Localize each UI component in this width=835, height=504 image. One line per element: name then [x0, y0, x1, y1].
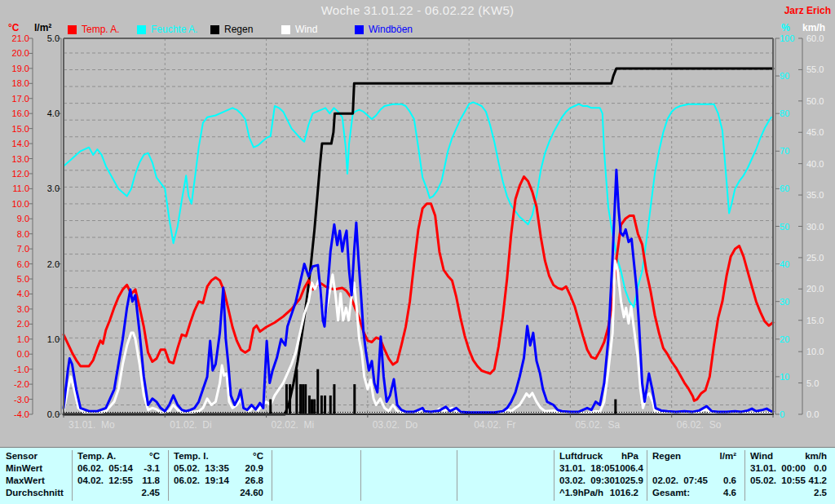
temp-tick-label: -1.0 — [0, 365, 29, 374]
temp-tick-label: 16.0 — [0, 109, 29, 118]
temp-tick-label: 14.0 — [0, 139, 29, 148]
temp-tick-label: 3.0 — [0, 305, 29, 314]
stats-col-wind: Windkm/h 31.01. 00:000.0 05.02. 10:5541.… — [744, 450, 835, 499]
humidity-tick-label: 100 — [780, 34, 794, 43]
rain-tick-label: 1.0 — [31, 335, 60, 344]
rain-bar — [295, 369, 298, 414]
rain-bar — [285, 384, 288, 414]
wind-tick-label: 15.0 — [806, 316, 824, 325]
wind-tick-label: 35.0 — [806, 191, 824, 200]
stats-row-labels: Sensor MinWert MaxWert Durchschnitt — [0, 450, 72, 499]
rain-bar — [299, 384, 302, 414]
table-divider — [360, 450, 361, 501]
temp-tick-label: -2.0 — [0, 380, 29, 389]
temp-tick-label: 1.0 — [0, 335, 29, 344]
rain-bar — [329, 396, 332, 414]
table-row: 31.01. 00:000.0 — [744, 462, 835, 475]
rain-bar — [353, 384, 356, 414]
table-row: 05.02. 13:3520.9 — [168, 462, 272, 475]
temp-tick-label: 12.0 — [0, 170, 29, 179]
temp-tick-label: 20.0 — [0, 49, 29, 58]
humidity-tick-label: 20 — [780, 335, 789, 344]
table-divider — [272, 450, 272, 501]
wind-tick-label: 40.0 — [806, 160, 824, 169]
stats-table: Sensor MinWert MaxWert Durchschnitt Temp… — [0, 447, 835, 504]
day-label: 03.02. Do — [373, 419, 418, 431]
table-header: LuftdruckhPa — [554, 450, 647, 462]
humidity-tick-label: 60 — [780, 184, 789, 193]
temp-tick-label: 13.0 — [0, 155, 29, 164]
wind-tick-label: 5.0 — [806, 379, 819, 388]
rain-tick-label: 4.0 — [31, 109, 60, 118]
rain-bar — [316, 369, 319, 414]
day-label: 06.02. So — [677, 419, 722, 431]
rain-bar — [308, 396, 311, 414]
rain-tick-label: 3.0 — [31, 184, 60, 193]
temp-tick-label: 5.0 — [0, 275, 29, 284]
table-row: 05.02. 10:5541.2 — [744, 475, 835, 487]
table-row-label: Durchschnitt — [0, 487, 72, 499]
table-row: 03.02. 09:301025.9 — [554, 475, 647, 487]
humidity-tick-label: 10 — [780, 373, 789, 382]
table-row: 06.02. 05:14-3.1 — [72, 462, 168, 475]
temp-tick-label: 4.0 — [0, 290, 29, 298]
table-row: 02.02. 07:450.6 — [647, 475, 744, 487]
gusts-line — [64, 170, 773, 412]
temp-tick-label: 11.0 — [0, 184, 29, 193]
day-label: 05.02. Sa — [575, 419, 620, 431]
wind-tick-label: 55.0 — [806, 65, 824, 74]
table-divider — [554, 450, 554, 501]
wind-tick-label: 45.0 — [806, 128, 824, 137]
temp-tick-label: 7.0 — [0, 245, 29, 254]
humidity-tick-label: 70 — [780, 147, 789, 156]
temp-tick-label: 15.0 — [0, 125, 29, 134]
temp-tick-label: 21.0 — [0, 34, 29, 43]
humidity-tick-label: 80 — [780, 109, 789, 118]
day-label: 01.02. Di — [170, 419, 211, 431]
table-divider — [457, 450, 457, 501]
table-row-label: MaxWert — [0, 475, 72, 487]
wind-tick-label: 10.0 — [806, 347, 824, 356]
humidity-tick-label: 30 — [780, 298, 789, 307]
table-header: Temp. I.°C — [168, 450, 272, 462]
weather-app-window: Woche 31.01.22 - 06.02.22 (KW5) Jarz Eri… — [0, 0, 835, 504]
temp-tick-label: 2.0 — [0, 320, 29, 329]
table-row: 06.02. 19:1426.8 — [168, 475, 272, 487]
humidity-tick-label: 90 — [780, 72, 789, 81]
table-header: Sensor — [0, 450, 72, 462]
wind-tick-label: 20.0 — [806, 285, 824, 294]
table-row-label: MinWert — [0, 462, 72, 475]
wind-tick-label: 60.0 — [806, 34, 824, 43]
day-label: 02.02. Mi — [272, 419, 315, 431]
table-divider — [647, 450, 647, 501]
stats-col-temp-a: Temp. A.°C 06.02. 05:14-3.1 04.02. 12:55… — [72, 450, 168, 499]
table-row: 2.45 — [72, 487, 168, 499]
temp-tick-label: 17.0 — [0, 95, 29, 104]
stats-col-temp-i: Temp. I.°C 05.02. 13:3520.9 06.02. 19:14… — [168, 450, 272, 499]
table-row: 2.5 — [744, 487, 835, 499]
temp-tick-label: 0.0 — [0, 350, 29, 359]
temp-line — [64, 177, 773, 401]
table-row: ^1.9hPa/h1016.2 — [554, 487, 647, 499]
table-header: Regenl/m² — [647, 450, 744, 462]
temp-tick-label: -3.0 — [0, 396, 29, 405]
day-label: 31.01. Mo — [68, 419, 115, 431]
temp-tick-label: 10.0 — [0, 200, 29, 209]
temp-tick-label: 6.0 — [0, 260, 29, 269]
rain-tick-label: 0.0 — [31, 410, 60, 419]
humidity-tick-label: 0 — [780, 410, 784, 419]
table-divider — [168, 450, 169, 501]
temp-tick-label: 18.0 — [0, 79, 29, 88]
wind-tick-label: 25.0 — [806, 254, 824, 263]
temp-tick-label: -4.0 — [0, 410, 29, 419]
temp-tick-label: 9.0 — [0, 214, 29, 223]
rain-tick-label: 5.0 — [31, 34, 60, 43]
temp-tick-label: 8.0 — [0, 230, 29, 239]
rain-bar — [302, 384, 304, 414]
rain-tick-label: 2.0 — [31, 260, 60, 269]
stats-col-pressure: LuftdruckhPa 31.01. 18:051006.4 03.02. 0… — [554, 450, 647, 499]
temp-tick-label: 19.0 — [0, 64, 29, 73]
wind-tick-label: 30.0 — [806, 223, 824, 232]
rain-bar — [289, 384, 291, 414]
table-row — [647, 462, 744, 475]
